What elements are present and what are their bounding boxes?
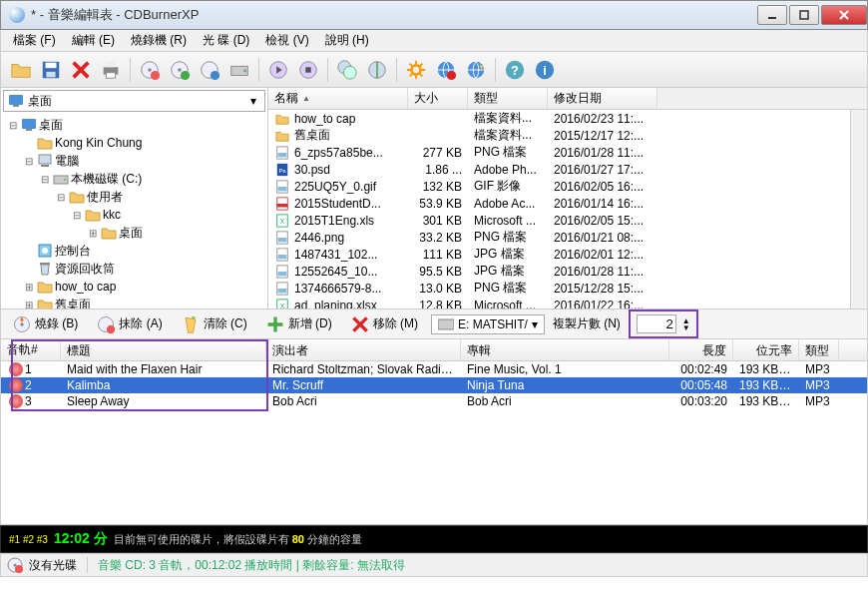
copies-input[interactable] <box>637 314 676 333</box>
file-row[interactable]: Ps30.psd1.86 ...Adobe Ph...2016/01/27 17… <box>268 161 850 178</box>
col-track-num[interactable]: 音軌# <box>1 339 61 360</box>
about-button[interactable]: i <box>531 56 559 84</box>
tree-node[interactable]: ⊟使用者 <box>51 188 265 206</box>
file-date: 2016/02/05 16:... <box>548 180 657 194</box>
language-button[interactable] <box>432 56 460 84</box>
tree-node[interactable]: ⊟桌面 <box>3 116 265 134</box>
tree-node[interactable]: ⊞桌面 <box>83 224 265 242</box>
folder-tree[interactable]: ⊟桌面Kong Kin Chung⊟電腦⊟本機磁碟 (C:)⊟使用者⊟kkc⊞桌… <box>1 114 267 308</box>
file-date: 2016/02/23 11:... <box>548 112 657 126</box>
close-button[interactable] <box>821 5 867 25</box>
burn-button[interactable]: 燒錄 (B) <box>7 311 83 337</box>
menu-burner[interactable]: 燒錄機 (R) <box>123 30 195 51</box>
clear-button[interactable]: 清除 (C) <box>176 311 252 337</box>
file-row[interactable]: 2446.png33.2 KBPNG 檔案2016/01/21 08:... <box>268 229 850 246</box>
file-row[interactable]: how_to cap檔案資料...2016/02/23 11:... <box>268 110 850 127</box>
burn-data-button[interactable] <box>294 56 322 84</box>
track-row[interactable]: 3Sleep AwayBob AcriBob Acri00:03:20193 K… <box>1 393 867 409</box>
disc-status-text: 沒有光碟 <box>29 557 77 574</box>
svg-rect-38 <box>39 155 51 164</box>
file-row[interactable]: 舊桌面檔案資料...2015/12/17 12:... <box>268 127 850 144</box>
expand-icon[interactable]: ⊞ <box>87 228 99 239</box>
track-artist: Mr. Scruff <box>266 378 461 392</box>
open-button[interactable] <box>7 56 35 84</box>
timeline-message: 目前無可使用的碟片，將假設碟片有 80 分鐘的容量 <box>114 532 362 547</box>
add-button[interactable]: 新增 (D) <box>260 311 337 337</box>
file-row[interactable]: 12552645_10...95.5 KBJPG 檔案2016/01/28 11… <box>268 263 850 280</box>
file-row[interactable]: 225UQ5Y_0.gif132 KBGIF 影像2016/02/05 16:.… <box>268 178 850 195</box>
minimize-button[interactable] <box>757 5 787 25</box>
maximize-button[interactable] <box>789 5 819 25</box>
disc-info-button[interactable] <box>196 56 223 84</box>
svg-rect-60 <box>278 272 287 276</box>
save-button[interactable] <box>37 56 65 84</box>
col-date[interactable]: 修改日期 <box>548 88 657 109</box>
iso-button[interactable] <box>363 56 391 84</box>
expand-icon[interactable]: ⊟ <box>55 192 67 203</box>
file-row[interactable]: 1487431_102...111 KBJPG 檔案2016/02/01 12:… <box>268 246 850 263</box>
col-track-length[interactable]: 長度 <box>669 339 733 360</box>
menu-view[interactable]: 檢視 (V) <box>257 30 316 51</box>
track-title: Sleep Away <box>61 394 266 408</box>
settings-button[interactable] <box>402 56 430 84</box>
file-row[interactable]: 6_zps57a85be...277 KBPNG 檔案2016/01/28 11… <box>268 144 850 161</box>
expand-icon[interactable]: ⊞ <box>23 300 35 309</box>
file-type: PNG 檔案 <box>468 144 548 161</box>
svg-point-26 <box>411 65 420 74</box>
expand-icon[interactable]: ⊟ <box>7 120 19 131</box>
file-size: 13.0 KB <box>408 282 468 296</box>
disc-erase-button[interactable] <box>136 56 164 84</box>
tree-node[interactable]: Kong Kin Chung <box>19 134 265 152</box>
burn-audio-button[interactable] <box>264 56 292 84</box>
tree-node[interactable]: ⊞舊桌面 <box>19 296 265 308</box>
file-icon <box>274 112 290 126</box>
tree-node[interactable]: ⊟本機磁碟 (C:) <box>35 170 265 188</box>
file-row[interactable]: Xad_planing.xlsx12.8 KBMicrosoft ...2016… <box>268 297 850 308</box>
svg-point-71 <box>14 564 17 567</box>
expand-icon[interactable]: ⊟ <box>71 210 83 221</box>
erase-button[interactable]: 抹除 (A) <box>91 311 167 337</box>
col-size[interactable]: 大小 <box>408 88 468 109</box>
file-row[interactable]: 2015StudentD...53.9 KBAdobe Ac...2016/01… <box>268 195 850 212</box>
col-type[interactable]: 類型 <box>468 88 548 109</box>
file-scrollbar[interactable] <box>850 110 867 308</box>
help-button[interactable]: ? <box>501 56 529 84</box>
remove-button[interactable]: 移除 (M) <box>345 311 423 337</box>
track-row[interactable]: 1Maid with the Flaxen HairRichard Stoltz… <box>1 361 867 377</box>
file-type: Adobe Ph... <box>468 163 548 177</box>
spinner-icon[interactable]: ▲▼ <box>682 317 690 331</box>
chevron-down-icon[interactable]: ▾ <box>246 94 260 108</box>
tree-node[interactable]: ⊟電腦 <box>19 152 265 170</box>
print-button[interactable] <box>97 56 125 84</box>
track-row[interactable]: 2KalimbaMr. ScruffNinja Tuna00:05:48193 … <box>1 377 867 393</box>
tree-node[interactable]: ⊟kkc <box>67 206 265 224</box>
col-track-bitrate[interactable]: 位元率 <box>733 339 799 360</box>
col-name[interactable]: 名稱▲ <box>268 88 408 109</box>
expand-icon[interactable]: ⊞ <box>23 282 35 293</box>
col-track-type[interactable]: 類型 <box>799 339 839 360</box>
file-row[interactable]: 1374666579-8...13.0 KBPNG 檔案2015/12/28 1… <box>268 280 850 297</box>
tree-node[interactable]: 資源回收筒 <box>19 260 265 278</box>
tree-node[interactable]: 控制台 <box>19 242 265 260</box>
file-row[interactable]: X2015T1Eng.xls301 KBMicrosoft ...2016/02… <box>268 212 850 229</box>
copy-disc-button[interactable] <box>333 56 361 84</box>
col-track-artist[interactable]: 演出者 <box>266 339 461 360</box>
disc-add-button[interactable] <box>166 56 194 84</box>
drive-select[interactable]: E: MATSHIT/ ▾ <box>431 314 545 334</box>
expand-icon[interactable]: ⊟ <box>39 174 51 185</box>
col-track-title[interactable]: 標題 <box>61 339 266 360</box>
folder-icon <box>85 207 101 223</box>
menu-help[interactable]: 說明 (H) <box>317 30 377 51</box>
tree-node[interactable]: ⊞how_to cap <box>19 278 265 296</box>
location-combo[interactable]: 桌面 ▾ <box>3 90 265 112</box>
file-list[interactable]: how_to cap檔案資料...2016/02/23 11:...舊桌面檔案資… <box>268 110 850 308</box>
menu-file[interactable]: 檔案 (F) <box>5 30 64 51</box>
drive-button[interactable] <box>225 56 253 84</box>
menu-edit[interactable]: 編輯 (E) <box>64 30 123 51</box>
track-list[interactable]: 1Maid with the Flaxen HairRichard Stoltz… <box>0 361 868 525</box>
expand-icon[interactable]: ⊟ <box>23 156 35 167</box>
update-button[interactable] <box>462 56 490 84</box>
menu-disc[interactable]: 光 碟 (D) <box>195 30 257 51</box>
col-track-album[interactable]: 專輯 <box>461 339 669 360</box>
delete-button[interactable] <box>67 56 95 84</box>
